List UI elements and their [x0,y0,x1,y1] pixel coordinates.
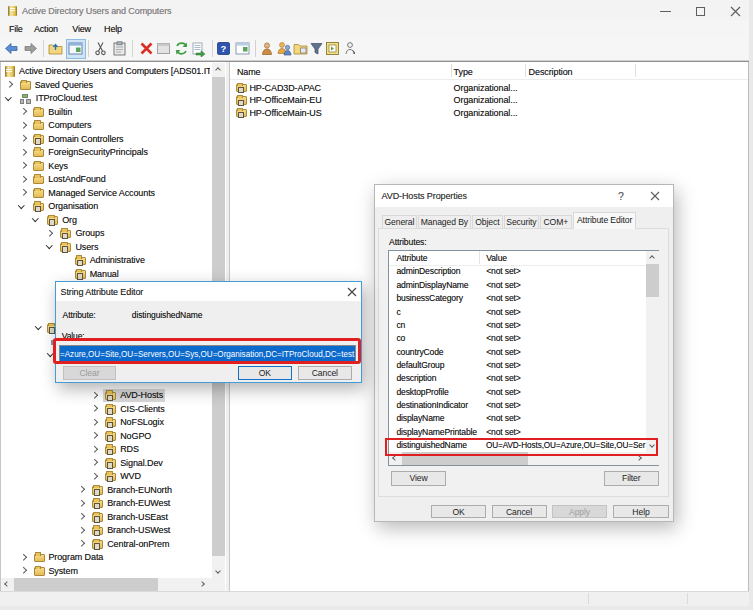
svg-text:?: ? [221,43,227,54]
